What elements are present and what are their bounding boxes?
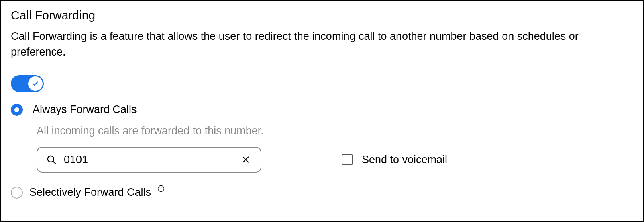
radio-always-forward[interactable] xyxy=(11,104,23,116)
forward-number-field-wrap xyxy=(37,147,261,173)
forward-number-input[interactable] xyxy=(57,154,240,166)
option-always-row: Always Forward Calls xyxy=(11,103,633,116)
forward-input-row: Send to voicemail xyxy=(37,147,633,173)
svg-line-1 xyxy=(53,161,55,164)
option-selective-row: Selectively Forward Calls xyxy=(11,186,633,199)
close-icon xyxy=(241,155,250,164)
section-title: Call Forwarding xyxy=(11,8,633,22)
voicemail-checkbox-group: Send to voicemail xyxy=(342,154,447,166)
voicemail-checkbox[interactable] xyxy=(342,154,353,165)
clear-input-button[interactable] xyxy=(240,154,252,166)
call-forwarding-toggle[interactable] xyxy=(11,75,44,92)
always-helper-text: All incoming calls are forwarded to this… xyxy=(37,125,633,137)
check-icon xyxy=(32,80,39,87)
always-forward-body: All incoming calls are forwarded to this… xyxy=(11,125,633,173)
voicemail-label: Send to voicemail xyxy=(362,154,447,166)
toggle-knob xyxy=(28,76,43,91)
call-forwarding-panel: Call Forwarding Call Forwarding is a fea… xyxy=(0,0,644,222)
radio-selective-forward[interactable] xyxy=(11,187,23,199)
radio-always-label: Always Forward Calls xyxy=(33,103,137,116)
section-description: Call Forwarding is a feature that allows… xyxy=(11,29,633,60)
search-icon xyxy=(46,154,57,165)
radio-selective-label: Selectively Forward Calls xyxy=(29,186,151,199)
info-icon[interactable] xyxy=(157,185,165,192)
svg-point-6 xyxy=(161,187,161,187)
